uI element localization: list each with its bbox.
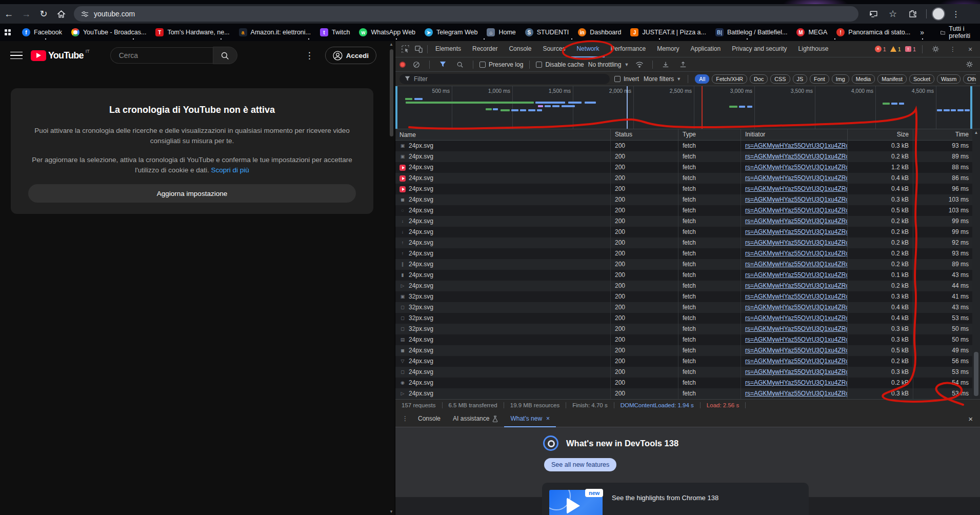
inspect-element-icon[interactable]	[398, 43, 412, 55]
table-row[interactable]: 24px.svg200fetchrs=AGKMywHYaz55OVrU3Q1xu…	[395, 184, 980, 194]
page-scrollbar[interactable]: ▲ ▼	[388, 41, 395, 515]
table-row[interactable]: ↑24px.svg200fetchrs=AGKMywHYaz55OVrU3Q1x…	[395, 237, 980, 248]
export-har-icon[interactable]	[676, 58, 690, 71]
tab-application[interactable]: Application	[685, 41, 727, 57]
filter-chip-wasm[interactable]: Wasm	[937, 74, 961, 84]
table-row[interactable]: ▣24px.svg200fetchrs=AGKMywHYaz55OVrU3Q1x…	[395, 141, 980, 151]
table-row[interactable]: ↓24px.svg200fetchrs=AGKMywHYaz55OVrU3Q1x…	[395, 216, 980, 227]
column-header-name[interactable]: Name	[395, 129, 611, 140]
filter-input[interactable]: Filter	[399, 74, 610, 84]
devtools-close-button[interactable]: ×	[964, 43, 977, 55]
tab-memory[interactable]: Memory	[651, 41, 685, 57]
table-row[interactable]: ∥24px.svg200fetchrs=AGKMywHYaz55OVrU3Q1x…	[395, 259, 980, 270]
disable-cache-checkbox[interactable]: Disable cache	[536, 61, 584, 68]
search-network-icon[interactable]	[453, 58, 467, 71]
initiator-link[interactable]: rs=AGKMywHYaz55OVrU3Q1xu4ZRgM	[745, 239, 848, 246]
initiator-link[interactable]: rs=AGKMywHYaz55OVrU3Q1xu4ZRgM	[745, 379, 848, 386]
hamburger-menu-icon[interactable]	[10, 49, 23, 62]
tab-network[interactable]: Network	[571, 41, 605, 57]
initiator-link[interactable]: rs=AGKMywHYaz55OVrU3Q1xu4ZRgM	[745, 271, 848, 279]
scroll-down-arrow[interactable]: ▼	[388, 509, 395, 514]
table-row[interactable]: ◼24px.svg200fetchrs=AGKMywHYaz55OVrU3Q1x…	[395, 345, 980, 356]
network-conditions-icon[interactable]	[633, 58, 646, 71]
learn-more-link[interactable]: Scopri di più	[211, 166, 249, 174]
scrollbar-thumb[interactable]	[390, 49, 393, 136]
initiator-link[interactable]: rs=AGKMywHYaz55OVrU3Q1xu4ZRgM	[745, 196, 848, 203]
initiator-link[interactable]: rs=AGKMywHYaz55OVrU3Q1xu4ZRgM	[745, 390, 848, 397]
bookmark-item[interactable]: SSTUDENTI	[521, 28, 574, 36]
bookmark-item[interactable]: JJUSTEAT.it | Pizza a...	[626, 28, 711, 36]
highlight-card[interactable]: See the highlights from Chrome 138	[542, 483, 809, 515]
table-row[interactable]: ▣32px.svg200fetchrs=AGKMywHYaz55OVrU3Q1x…	[395, 291, 980, 302]
table-row[interactable]: ◻32px.svg200fetchrs=AGKMywHYaz55OVrU3Q1x…	[395, 324, 980, 334]
table-row[interactable]: ▷24px.svg200fetchrs=AGKMywHYaz55OVrU3Q1x…	[395, 388, 980, 399]
initiator-link[interactable]: rs=AGKMywHYaz55OVrU3Q1xu4ZRgM	[745, 368, 848, 375]
column-header-initiator[interactable]: Initiator	[741, 129, 848, 140]
filter-chip-all[interactable]: All	[695, 74, 709, 84]
initiator-link[interactable]: rs=AGKMywHYaz55OVrU3Q1xu4ZRgM	[745, 164, 848, 171]
initiator-link[interactable]: rs=AGKMywHYaz55OVrU3Q1xu4ZRgM	[745, 304, 848, 311]
install-icon[interactable]	[865, 5, 882, 23]
table-row[interactable]: ◻32px.svg200fetchrs=AGKMywHYaz55OVrU3Q1x…	[395, 302, 980, 313]
youtube-kebab-icon[interactable]: ⋮	[298, 50, 321, 61]
table-row[interactable]: ▣24px.svg200fetchrs=AGKMywHYaz55OVrU3Q1x…	[395, 151, 980, 162]
network-overview-timeline[interactable]: 500 ms1,000 ms1,500 ms2,000 ms2,500 ms3,…	[395, 86, 980, 129]
filter-chip-css[interactable]: CSS	[770, 74, 790, 84]
overview-left-handle[interactable]	[395, 86, 397, 129]
bookmark-item[interactable]: !Panoramica di stato...	[832, 28, 915, 36]
site-settings-icon[interactable]	[81, 10, 89, 18]
filter-chip-manifest[interactable]: Manifest	[877, 74, 907, 84]
drawer-tab-ai-assistance[interactable]: AI assistance	[447, 410, 504, 427]
table-row[interactable]: ▷24px.svg200fetchrs=AGKMywHYaz55OVrU3Q1x…	[395, 281, 980, 291]
initiator-link[interactable]: rs=AGKMywHYaz55OVrU3Q1xu4ZRgM	[745, 250, 848, 257]
column-header-size[interactable]: Size	[848, 129, 913, 140]
search-input[interactable]	[110, 47, 213, 64]
table-row[interactable]: 24px.svg200fetchrs=AGKMywHYaz55OVrU3Q1xu…	[395, 162, 980, 173]
bookmark-item[interactable]: tTwitch	[315, 28, 354, 36]
tab-lighthouse[interactable]: Lighthouse	[793, 41, 834, 57]
initiator-link[interactable]: rs=AGKMywHYaz55OVrU3Q1xu4ZRgM	[745, 142, 848, 149]
bookmark-item[interactable]: YouTube - Broadcas...	[67, 28, 151, 36]
overview-right-handle[interactable]	[970, 86, 972, 129]
drawer-tab-what-s-new[interactable]: What's new×	[504, 410, 556, 427]
tab-privacy-and-security[interactable]: Privacy and security	[726, 41, 792, 57]
initiator-link[interactable]: rs=AGKMywHYaz55OVrU3Q1xu4ZRgM	[745, 282, 848, 289]
browser-menu-kebab[interactable]: ⋮	[947, 5, 965, 23]
initiator-link[interactable]: rs=AGKMywHYaz55OVrU3Q1xu4ZRgM	[745, 228, 848, 235]
home-button[interactable]	[52, 5, 70, 23]
network-settings-gear-icon[interactable]	[963, 58, 976, 71]
filter-chip-media[interactable]: Media	[852, 74, 875, 84]
drawer-tab-close-icon[interactable]: ×	[546, 410, 550, 427]
filter-chip-other[interactable]: Other	[963, 74, 976, 84]
devtools-settings-gear-icon[interactable]	[929, 43, 942, 55]
initiator-link[interactable]: rs=AGKMywHYaz55OVrU3Q1xu4ZRgM	[745, 358, 848, 365]
initiator-link[interactable]: rs=AGKMywHYaz55OVrU3Q1xu4ZRgM	[745, 217, 848, 225]
table-row[interactable]: ↓24px.svg200fetchrs=AGKMywHYaz55OVrU3Q1x…	[395, 227, 980, 237]
forward-button[interactable]: →	[17, 5, 35, 23]
preserve-log-checkbox[interactable]: Preserve log	[479, 61, 523, 68]
bookmark-item[interactable]: MMEGA	[792, 28, 832, 36]
filter-chip-fetch-xhr[interactable]: Fetch/XHR	[712, 74, 747, 84]
bookmark-item[interactable]: TTom's Hardware, ne...	[151, 28, 234, 36]
bookmark-item[interactable]: B|Battlelog / Battlefiel...	[711, 28, 792, 36]
filter-chip-js[interactable]: JS	[793, 74, 808, 84]
tab-sources[interactable]: Sources	[537, 41, 571, 57]
table-row[interactable]: ◻24px.svg200fetchrs=AGKMywHYaz55OVrU3Q1x…	[395, 367, 980, 378]
tab-console[interactable]: Console	[503, 41, 537, 57]
bookmark-star-icon[interactable]: ☆	[884, 5, 902, 23]
bookmark-item[interactable]: wWhatsApp Web	[354, 28, 420, 36]
column-header-type[interactable]: Type	[678, 129, 741, 140]
tab-performance[interactable]: Performance	[605, 41, 651, 57]
initiator-link[interactable]: rs=AGKMywHYaz55OVrU3Q1xu4ZRgM	[745, 207, 848, 214]
bookmark-item[interactable]: ➤Telegram Web	[420, 28, 482, 36]
drawer-tab-console[interactable]: Console	[412, 410, 447, 427]
extensions-icon[interactable]	[904, 5, 921, 23]
error-badge[interactable]: ×1	[875, 46, 886, 52]
initiator-link[interactable]: rs=AGKMywHYaz55OVrU3Q1xu4ZRgM	[745, 314, 848, 322]
reload-button[interactable]: ↻	[35, 5, 52, 23]
table-scroll-up-arrow[interactable]: ▲	[972, 130, 980, 135]
initiator-link[interactable]: rs=AGKMywHYaz55OVrU3Q1xu4ZRgM	[745, 336, 848, 343]
search-button[interactable]	[213, 47, 237, 64]
scroll-up-arrow[interactable]: ▲	[388, 42, 395, 47]
record-network-log-button[interactable]	[399, 62, 406, 68]
